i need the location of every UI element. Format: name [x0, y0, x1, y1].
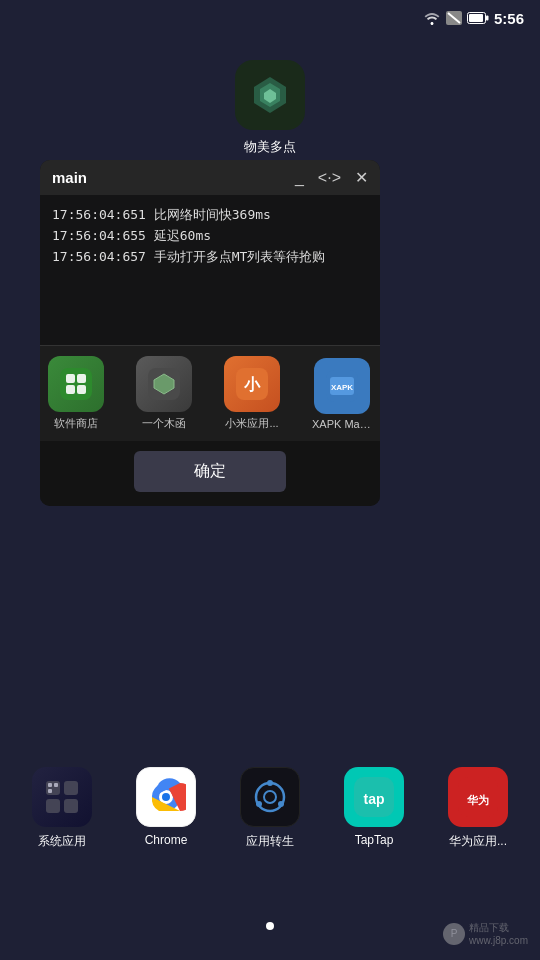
svg-point-32	[267, 780, 273, 786]
terminal-title: main	[52, 169, 87, 186]
svg-rect-24	[54, 783, 58, 787]
popup-app-item-0[interactable]: 软件商店	[48, 356, 104, 431]
signal-slash-icon	[446, 11, 462, 25]
svg-rect-4	[486, 16, 489, 21]
popup-app-item-3[interactable]: XAPK XAPK Mana...	[312, 358, 372, 430]
popup-app-item-1[interactable]: 一个木函	[136, 356, 192, 431]
system-app-icon	[32, 767, 92, 827]
app-item-huawei[interactable]: 华为 华为应用...	[431, 767, 526, 850]
software-store-icon	[60, 368, 92, 400]
popup-app-label-3: XAPK Mana...	[312, 418, 372, 430]
system-apps-icon	[44, 779, 80, 815]
svg-rect-7	[60, 368, 92, 400]
confirm-button[interactable]: 确定	[134, 451, 286, 492]
app-label-system: 系统应用	[38, 833, 86, 850]
terminal-window: main _ <·> ✕ 17:56:04:651 比网络时间快369ms 17…	[40, 160, 380, 506]
svg-point-34	[256, 801, 262, 807]
app-transfer-icon	[250, 777, 290, 817]
popup-app-grid: 软件商店 一个木函 小 小米应用...	[40, 345, 380, 441]
huawei-logo-icon: 华为	[458, 777, 498, 817]
app-item-system[interactable]: 系统应用	[15, 767, 110, 850]
popup-app-icon-3: XAPK	[314, 358, 370, 414]
status-time: 5:56	[494, 10, 524, 27]
status-icons: 5:56	[423, 10, 524, 27]
bottom-app-row-1: 系统应用 Chrome	[10, 757, 530, 860]
svg-rect-19	[46, 781, 60, 795]
terminal-controls: _ <·> ✕	[295, 168, 368, 187]
svg-rect-23	[48, 783, 52, 787]
app-logo-icon	[248, 73, 292, 117]
terminal-line-3: 17:56:04:657 手动打开多点MT列表等待抢购	[52, 247, 368, 268]
popup-app-item-2[interactable]: 小 小米应用...	[224, 356, 280, 431]
svg-rect-21	[46, 799, 60, 813]
terminal-line-2: 17:56:04:655 延迟60ms	[52, 226, 368, 247]
top-app-label: 物美多点	[244, 138, 296, 156]
svg-point-30	[256, 783, 284, 811]
svg-point-31	[264, 791, 276, 803]
svg-rect-10	[66, 385, 75, 394]
status-bar: 5:56	[0, 0, 540, 36]
svg-rect-9	[77, 374, 86, 383]
terminal-body: 17:56:04:651 比网络时间快369ms 17:56:04:655 延迟…	[40, 195, 380, 345]
nav-home-dot[interactable]	[266, 922, 274, 930]
popup-app-label-0: 软件商店	[54, 416, 98, 431]
watermark-text-line2: www.j8p.com	[469, 935, 528, 946]
terminal-titlebar: main _ <·> ✕	[40, 160, 380, 195]
confirm-button-area: 确定	[40, 441, 380, 506]
terminal-expand-button[interactable]: <·>	[318, 169, 341, 187]
app-label-huawei: 华为应用...	[449, 833, 507, 850]
xiaomi-icon: 小	[236, 368, 268, 400]
app-label-taptap: TapTap	[355, 833, 394, 847]
watermark-text-line1: 精品下载	[469, 921, 528, 935]
wifi-icon	[423, 11, 441, 25]
bottom-app-grid: 系统应用 Chrome	[0, 757, 540, 860]
popup-app-label-1: 一个木函	[142, 416, 186, 431]
watermark-icon: P	[443, 923, 465, 945]
svg-point-33	[278, 801, 284, 807]
terminal-minimize-button[interactable]: _	[295, 169, 304, 187]
popup-app-icon-2: 小	[224, 356, 280, 412]
xapk-icon: XAPK	[326, 370, 358, 402]
battery-icon	[467, 12, 489, 24]
popup-app-label-2: 小米应用...	[225, 416, 278, 431]
yigemuhan-icon	[148, 368, 180, 400]
svg-rect-8	[66, 374, 75, 383]
taptap-app-icon: tap	[344, 767, 404, 827]
app-item-chrome[interactable]: Chrome	[119, 767, 214, 847]
svg-text:小: 小	[243, 376, 261, 393]
chrome-app-icon	[136, 767, 196, 827]
svg-rect-3	[469, 14, 483, 22]
svg-rect-22	[64, 799, 78, 813]
svg-point-29	[162, 793, 170, 801]
app-item-taptap[interactable]: tap TapTap	[327, 767, 422, 847]
svg-text:华为: 华为	[466, 794, 489, 806]
popup-app-icon-0	[48, 356, 104, 412]
taptap-logo-icon: tap	[354, 777, 394, 817]
chrome-logo-icon	[146, 777, 186, 817]
transfer-app-icon	[240, 767, 300, 827]
terminal-line-1: 17:56:04:651 比网络时间快369ms	[52, 205, 368, 226]
app-item-transfer[interactable]: 应用转生	[223, 767, 318, 850]
svg-rect-20	[64, 781, 78, 795]
huawei-app-icon: 华为	[448, 767, 508, 827]
svg-rect-11	[77, 385, 86, 394]
watermark: P 精品下载 www.j8p.com	[443, 921, 528, 946]
top-app-icon[interactable]	[235, 60, 305, 130]
svg-text:XAPK: XAPK	[331, 383, 353, 392]
terminal-close-button[interactable]: ✕	[355, 168, 368, 187]
top-app-area: 物美多点	[0, 60, 540, 156]
svg-rect-25	[48, 789, 52, 793]
popup-app-icon-1	[136, 356, 192, 412]
app-label-chrome: Chrome	[145, 833, 188, 847]
svg-text:tap: tap	[364, 791, 385, 807]
app-label-transfer: 应用转生	[246, 833, 294, 850]
